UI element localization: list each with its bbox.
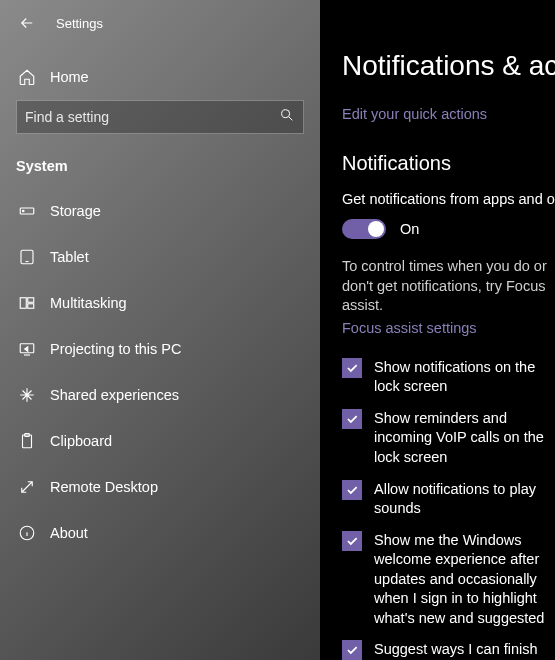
sidebar-item-shared-experiences[interactable]: Shared experiences bbox=[0, 372, 320, 418]
check-icon bbox=[345, 361, 359, 375]
checkbox-row-welcome: Show me the Windows welcome experience a… bbox=[342, 531, 555, 629]
checkbox-row-sounds: Allow notifications to play sounds bbox=[342, 480, 555, 519]
svg-point-0 bbox=[282, 110, 290, 118]
checkbox-row-lockscreen: Show notifications on the lock screen bbox=[342, 358, 555, 397]
sidebar-item-label: Multitasking bbox=[50, 295, 127, 311]
multitasking-icon bbox=[16, 292, 38, 314]
checkbox-row-setup-suggestions: Suggest ways I can finish setting up my … bbox=[342, 640, 555, 660]
sidebar-item-about[interactable]: About bbox=[0, 510, 320, 556]
checkbox-label: Suggest ways I can finish setting up my … bbox=[374, 640, 555, 660]
checkbox-setup-suggestions[interactable] bbox=[342, 640, 362, 660]
focus-assist-description: To control times when you do or don't ge… bbox=[342, 257, 555, 316]
sidebar-item-multitasking[interactable]: Multitasking bbox=[0, 280, 320, 326]
sidebar-item-label: Storage bbox=[50, 203, 101, 219]
app-title: Settings bbox=[56, 16, 103, 31]
main-panel: Notifications & actions Edit your quick … bbox=[320, 0, 555, 660]
search-container bbox=[0, 100, 320, 152]
sidebar-item-label: Shared experiences bbox=[50, 387, 179, 403]
remote-desktop-icon bbox=[16, 476, 38, 498]
svg-rect-5 bbox=[20, 298, 26, 309]
checkbox-label: Allow notifications to play sounds bbox=[374, 480, 555, 519]
checkbox-label: Show reminders and incoming VoIP calls o… bbox=[374, 409, 555, 468]
notifications-toggle[interactable] bbox=[342, 219, 386, 239]
notification-options-list: Show notifications on the lock screen Sh… bbox=[342, 358, 555, 660]
check-icon bbox=[345, 412, 359, 426]
sidebar-item-label: Tablet bbox=[50, 249, 89, 265]
sidebar-item-label: Home bbox=[50, 69, 89, 85]
checkbox-sounds[interactable] bbox=[342, 480, 362, 500]
sidebar-item-label: Remote Desktop bbox=[50, 479, 158, 495]
check-icon bbox=[345, 483, 359, 497]
settings-sidebar: Settings Home System Storage Tablet Mu bbox=[0, 0, 320, 660]
sidebar-item-tablet[interactable]: Tablet bbox=[0, 234, 320, 280]
notifications-toggle-row: On bbox=[342, 219, 555, 239]
checkbox-label: Show notifications on the lock screen bbox=[374, 358, 555, 397]
shared-experiences-icon bbox=[16, 384, 38, 406]
arrow-left-icon bbox=[18, 14, 36, 32]
back-button[interactable] bbox=[16, 12, 38, 34]
search-box[interactable] bbox=[16, 100, 304, 134]
check-icon bbox=[345, 534, 359, 548]
home-icon bbox=[16, 66, 38, 88]
check-icon bbox=[345, 643, 359, 657]
checkbox-lockscreen[interactable] bbox=[342, 358, 362, 378]
projecting-icon bbox=[16, 338, 38, 360]
section-header-system: System bbox=[0, 152, 320, 188]
get-notifications-text: Get notifications from apps and other se… bbox=[342, 191, 555, 207]
sidebar-item-label: Clipboard bbox=[50, 433, 112, 449]
checkbox-reminders[interactable] bbox=[342, 409, 362, 429]
page-title: Notifications & actions bbox=[342, 50, 555, 82]
checkbox-row-reminders: Show reminders and incoming VoIP calls o… bbox=[342, 409, 555, 468]
sidebar-item-projecting[interactable]: Projecting to this PC bbox=[0, 326, 320, 372]
section-heading-notifications: Notifications bbox=[342, 152, 555, 175]
clipboard-icon bbox=[16, 430, 38, 452]
storage-icon bbox=[16, 200, 38, 222]
sidebar-header: Settings bbox=[0, 12, 320, 54]
sidebar-item-label: About bbox=[50, 525, 88, 541]
search-input[interactable] bbox=[25, 109, 279, 125]
checkbox-welcome[interactable] bbox=[342, 531, 362, 551]
svg-rect-6 bbox=[28, 298, 34, 303]
edit-quick-actions-link[interactable]: Edit your quick actions bbox=[342, 106, 555, 122]
svg-rect-7 bbox=[28, 304, 34, 309]
sidebar-item-clipboard[interactable]: Clipboard bbox=[0, 418, 320, 464]
sidebar-item-remote-desktop[interactable]: Remote Desktop bbox=[0, 464, 320, 510]
sidebar-item-storage[interactable]: Storage bbox=[0, 188, 320, 234]
about-icon bbox=[16, 522, 38, 544]
sidebar-item-label: Projecting to this PC bbox=[50, 341, 181, 357]
search-icon bbox=[279, 107, 295, 127]
checkbox-label: Show me the Windows welcome experience a… bbox=[374, 531, 555, 629]
svg-point-2 bbox=[23, 210, 25, 212]
tablet-icon bbox=[16, 246, 38, 268]
focus-assist-link[interactable]: Focus assist settings bbox=[342, 320, 555, 336]
toggle-knob bbox=[368, 221, 384, 237]
toggle-state-label: On bbox=[400, 221, 419, 237]
sidebar-item-home[interactable]: Home bbox=[0, 54, 320, 100]
